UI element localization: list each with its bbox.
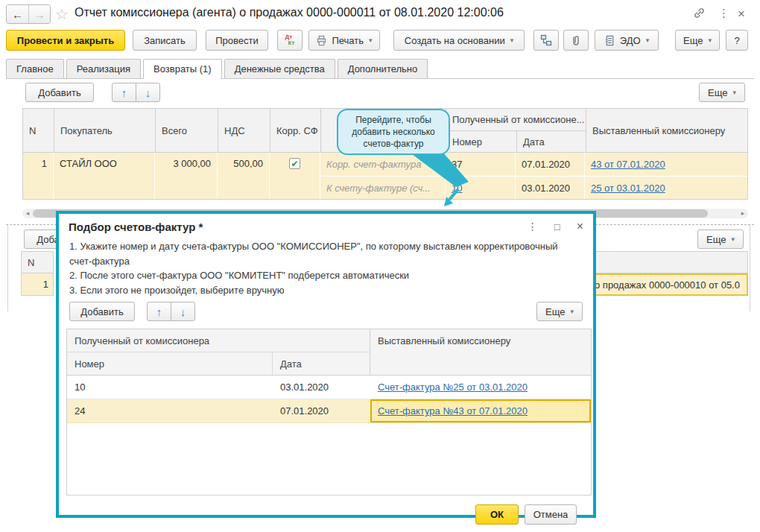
invoice-subrow-corr[interactable]: Корр. счет-фактура 37 07.01.2020 43 от 0…: [320, 153, 747, 176]
cell-buyer[interactable]: СТАЙЛ ООО: [54, 153, 155, 199]
post-button[interactable]: Провести: [206, 30, 268, 51]
invoice-subrow-base[interactable]: К счету-фактуре (сч... 10 03.01.2020 25 …: [320, 176, 747, 199]
tab-additional[interactable]: Дополнительно: [338, 59, 428, 78]
attachments-button[interactable]: [563, 30, 589, 51]
dialog-title-bar[interactable]: Подбор счетов-фактур * ⋮ □ ×: [59, 214, 593, 239]
save-button[interactable]: Записать: [133, 30, 197, 51]
dialog-table-empty-area: [67, 423, 591, 495]
received-number-link[interactable]: 10: [452, 183, 462, 194]
dialog-more-button[interactable]: Еще ▾: [536, 302, 583, 321]
header-label: Дата: [280, 358, 302, 370]
move-up-button[interactable]: ↑: [112, 83, 136, 102]
cell-issued-invoice: 25 от 03.01.2020: [585, 177, 747, 199]
create-based-on-label: Создать на основании: [405, 35, 505, 46]
tab-returns[interactable]: Возвраты (1): [143, 59, 222, 79]
down-arrow-icon: ↓: [145, 87, 151, 98]
back-button[interactable]: ←: [7, 5, 28, 23]
tab-realization[interactable]: Реализация: [66, 59, 141, 78]
cell-number[interactable]: 24: [67, 399, 273, 422]
col-header-number[interactable]: Номер: [67, 352, 273, 375]
table-more-button[interactable]: Еще ▾: [699, 83, 745, 102]
invoice-picker-dialog: Подбор счетов-фактур * ⋮ □ × 1. Укажите …: [56, 211, 596, 518]
dialog-move-up-button[interactable]: ↑: [147, 302, 171, 321]
cell-total[interactable]: 3 000,00: [155, 153, 218, 199]
cancel-button[interactable]: Отмена: [525, 504, 577, 525]
col-group-received: Полученный от комиссионе... Номер Дата: [446, 108, 586, 153]
forward-button[interactable]: →: [28, 5, 50, 23]
dtkt-postings-button[interactable]: Дт Кт: [277, 30, 303, 51]
chevron-down-icon: ▾: [732, 89, 736, 96]
col-header-issued[interactable]: Выставленный комиссионеру: [370, 329, 591, 376]
col-header-corr-sf[interactable]: Корр. СФ: [270, 108, 320, 153]
invoice-link[interactable]: Счет-фактура №25 от 03.01.2020: [378, 381, 528, 393]
header-label: Покупатель: [60, 125, 113, 136]
dialog-close-icon[interactable]: ×: [577, 220, 583, 233]
history-nav: ← →: [6, 4, 51, 24]
cell-received-date[interactable]: 03.01.2020: [516, 177, 585, 199]
dialog-table-row[interactable]: 10 03.01.2020 Счет-фактура №25 от 03.01.…: [67, 376, 591, 399]
cell-vat[interactable]: 500,00: [218, 153, 270, 199]
dialog-kebab-menu-icon[interactable]: ⋮: [528, 221, 538, 232]
add-row-button[interactable]: Добавить: [25, 83, 94, 102]
cell-invoice-kind: Корр. счет-фактура: [320, 153, 446, 176]
move-down-button[interactable]: ↓: [136, 83, 160, 102]
issued-invoice-link[interactable]: 25 от 03.01.2020: [591, 183, 665, 194]
cell-invoice-kind: К счету-фактуре (сч...: [320, 177, 446, 199]
col-header-buyer[interactable]: Покупатель: [54, 108, 155, 153]
dialog-add-button[interactable]: Добавить: [69, 302, 135, 321]
edo-button[interactable]: ЭДО ▾: [595, 30, 659, 51]
corr-sf-checkbox[interactable]: ✔: [289, 158, 300, 169]
ok-button[interactable]: ОК: [475, 504, 519, 525]
create-based-on-button[interactable]: Создать на основании ▾: [393, 30, 525, 51]
chevron-down-icon: ▾: [369, 37, 373, 44]
lower-col-header-n[interactable]: N: [21, 251, 54, 273]
dialog-maximize-icon[interactable]: □: [554, 221, 560, 232]
cell-date[interactable]: 07.01.2020: [273, 399, 370, 422]
more-label: Еще: [545, 306, 565, 317]
col-header-n[interactable]: N: [22, 108, 54, 153]
kebab-menu-icon[interactable]: ⋮: [718, 7, 729, 20]
favorite-star-icon[interactable]: ☆: [55, 5, 69, 23]
tab-main[interactable]: Главное: [6, 59, 64, 78]
close-icon[interactable]: ×: [738, 7, 745, 22]
get-link-icon[interactable]: [693, 7, 706, 22]
document-cell-text: о продажах 0000-000010 от 05.0: [595, 279, 740, 291]
col-header-received-group[interactable]: Полученный от комиссионера: [67, 329, 370, 352]
col-header-number[interactable]: Номер: [446, 131, 516, 152]
lower-more-button[interactable]: Еще ▾: [697, 229, 744, 249]
cell-number[interactable]: 10: [67, 376, 273, 399]
cell-date[interactable]: 03.01.2020: [273, 376, 370, 399]
issued-invoice-link[interactable]: 43 от 07.01.2020: [591, 159, 665, 170]
cell-received-number[interactable]: 37: [446, 153, 516, 176]
tab-cash[interactable]: Денежные средства: [224, 59, 335, 78]
dialog-table-row-selected[interactable]: 24 07.01.2020 Счет-фактура №43 от 07.01.…: [67, 399, 591, 423]
more-button[interactable]: Еще ▾: [675, 30, 720, 51]
invoice-link[interactable]: Счет-фактура №43 от 07.01.2020: [378, 405, 528, 417]
hint-line: счетов-фактур: [364, 138, 424, 150]
returns-table-row[interactable]: 1 СТАЙЛ ООО 3 000,00 500,00 ✔ Корр. счет…: [22, 153, 748, 200]
document-title: Отчет комиссионера (агента) о продажах 0…: [75, 6, 504, 19]
col-header-received-group[interactable]: Полученный от комиссионе...: [446, 109, 586, 131]
col-header-issued[interactable]: Выставленный комиссионеру: [586, 108, 748, 153]
col-header-vat[interactable]: НДС: [218, 108, 270, 153]
print-button[interactable]: Печать ▾: [308, 30, 380, 51]
scroll-right-icon[interactable]: ▸: [738, 209, 748, 218]
more-label: Еще: [706, 234, 726, 245]
edo-document-icon: [604, 35, 615, 46]
col-header-date[interactable]: Дата: [516, 131, 586, 152]
dialog-table-header: Полученный от комиссионера Номер Дата Вы…: [67, 329, 591, 376]
header-label: Полученный от комиссионера: [75, 335, 209, 346]
post-and-close-button[interactable]: Провести и закрыть: [6, 30, 125, 51]
lower-row-number-cell[interactable]: 1: [21, 273, 54, 296]
help-label: ?: [734, 35, 739, 46]
dialog-move-down-button[interactable]: ↓: [171, 302, 195, 321]
help-button[interactable]: ?: [726, 30, 748, 51]
cell-received-date[interactable]: 07.01.2020: [516, 153, 585, 176]
scroll-left-icon[interactable]: ◂: [22, 209, 33, 218]
instruction-line: 1. Укажите номер и дату счета-фактуры ОО…: [69, 239, 561, 268]
hint-line: добавить несколько: [352, 126, 435, 138]
dialog-footer: ОК Отмена: [59, 495, 593, 525]
col-header-date[interactable]: Дата: [273, 352, 370, 375]
col-header-total[interactable]: Всего: [155, 108, 218, 153]
structure-reports-button[interactable]: [533, 30, 559, 51]
